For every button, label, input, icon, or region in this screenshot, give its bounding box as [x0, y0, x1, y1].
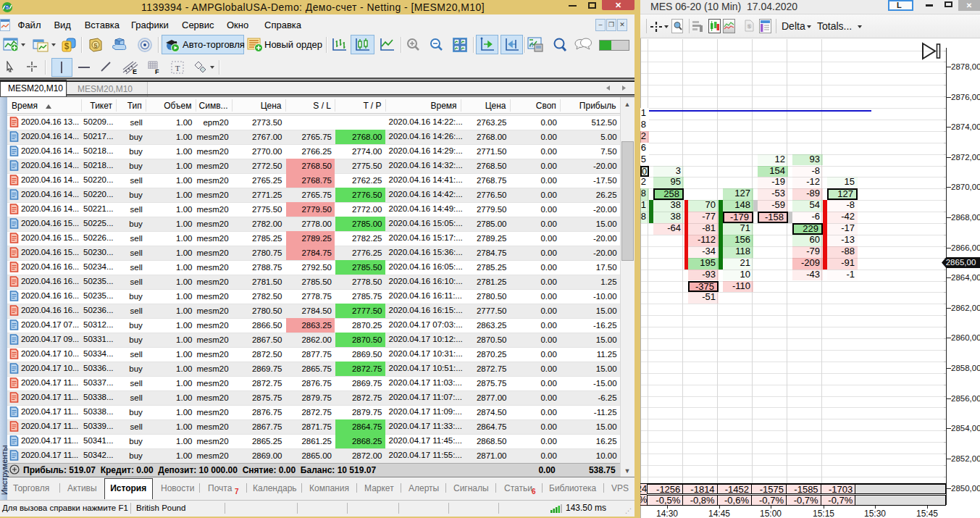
- svg-text:5: 5: [93, 42, 97, 49]
- svg-text:F: F: [155, 68, 159, 75]
- svg-text:T: T: [175, 64, 180, 72]
- svg-text:5: 5: [6, 5, 9, 10]
- svg-text:$: $: [64, 41, 70, 51]
- svg-text:$: $: [747, 23, 751, 30]
- svg-text:E: E: [133, 68, 137, 75]
